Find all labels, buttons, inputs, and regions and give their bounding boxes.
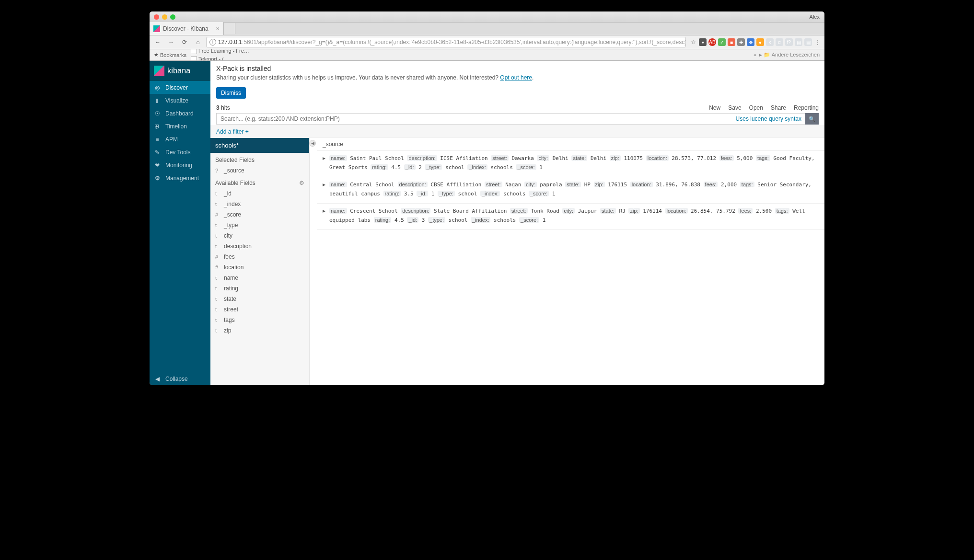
field-name: zip: [224, 327, 231, 334]
sidebar-item-management[interactable]: ⚙Management: [150, 171, 210, 184]
sidebar-item-apm[interactable]: ≡APM: [150, 133, 210, 146]
collapse-fields-column: ◀: [310, 138, 317, 385]
forward-button[interactable]: →: [166, 37, 176, 47]
ext-icon[interactable]: ✚: [737, 38, 745, 46]
field-location[interactable]: #location: [210, 262, 309, 273]
expand-row-icon[interactable]: ▸: [323, 180, 325, 198]
search-button[interactable]: 🔍: [805, 113, 819, 125]
save-button[interactable]: Save: [728, 104, 741, 111]
field-rating[interactable]: trating: [210, 283, 309, 294]
nav-label: APM: [165, 136, 178, 143]
field-tags[interactable]: ttags: [210, 315, 309, 325]
site-info-icon[interactable]: i: [209, 39, 216, 46]
share-button[interactable]: Share: [771, 104, 786, 111]
field-name: tags: [224, 317, 235, 323]
documents-table: _source ▸ name: Saint Paul School descri…: [317, 138, 824, 385]
close-window-icon[interactable]: [154, 14, 159, 20]
ext-icon[interactable]: κ: [766, 38, 774, 46]
sidebar-item-visualize[interactable]: ⫿Visualize: [150, 94, 210, 107]
zoom-window-icon[interactable]: [170, 14, 175, 20]
field-name: name: [224, 274, 238, 281]
ext-icon[interactable]: α: [776, 38, 783, 46]
field-type-icon: t: [215, 275, 220, 281]
extension-icons: ▾ AB ✓ ■ ✚ ❖ ● κ α f? ▤ ▤ ⋮: [699, 38, 822, 46]
field-type-icon: t: [215, 191, 220, 196]
ext-icon[interactable]: ▤: [804, 38, 812, 46]
field-_source[interactable]: ?_source: [210, 165, 309, 176]
ext-icon[interactable]: ■: [728, 38, 735, 46]
opt-out-link[interactable]: Opt out here: [500, 74, 532, 81]
field-state[interactable]: tstate: [210, 294, 309, 304]
fields-settings-icon[interactable]: ⚙: [299, 180, 304, 186]
bookmark-star-icon[interactable]: ☆: [691, 39, 696, 46]
back-button[interactable]: ←: [152, 37, 163, 47]
add-filter-link[interactable]: Add a filter +: [216, 128, 249, 135]
sidebar-item-monitoring[interactable]: ❤Monitoring: [150, 159, 210, 171]
field-name[interactable]: tname: [210, 273, 309, 283]
field-street[interactable]: tstreet: [210, 304, 309, 315]
nav-label: Dev Tools: [165, 149, 190, 156]
ext-icon[interactable]: ✓: [718, 38, 726, 46]
search-input[interactable]: [216, 113, 732, 125]
nav-label: Discover: [165, 84, 188, 91]
dismiss-row: Dismiss: [210, 85, 824, 103]
expand-row-icon[interactable]: ▸: [323, 206, 325, 225]
bookmark-item[interactable]: Free Learning - Fre…: [189, 49, 253, 55]
field-name: street: [224, 306, 238, 313]
window-controls: [150, 14, 175, 20]
collapse-fields-icon[interactable]: ◀: [309, 140, 316, 147]
sidebar-collapse[interactable]: ◀ Collapse: [150, 372, 210, 385]
bookmark-item[interactable]: Teleport - /: [189, 55, 253, 61]
document-row: ▸ name: Saint Paul School description: I…: [317, 151, 824, 177]
filter-row: Add a filter +: [210, 126, 824, 138]
nav-icon: ⚙: [154, 175, 161, 182]
address-bar[interactable]: i 127.0.0.1:5601/app/kibana#/discover?_g…: [206, 37, 686, 47]
hits-count: 3 hits: [216, 104, 230, 111]
sidebar-item-discover[interactable]: ◎Discover: [150, 81, 210, 94]
reporting-button[interactable]: Reporting: [794, 104, 819, 111]
index-pattern[interactable]: schools*: [210, 138, 309, 153]
nav-icon: ≡: [154, 136, 161, 143]
new-tab-button[interactable]: [224, 23, 235, 34]
lucene-syntax-link[interactable]: Uses lucene query syntax: [732, 113, 805, 125]
minimize-window-icon[interactable]: [162, 14, 167, 20]
open-button[interactable]: Open: [749, 104, 763, 111]
field-description[interactable]: tdescription: [210, 241, 309, 251]
nav-icon: ⫿: [154, 97, 161, 104]
field-_id[interactable]: t_id: [210, 188, 309, 199]
field-city[interactable]: tcity: [210, 230, 309, 241]
close-tab-icon[interactable]: ×: [216, 25, 220, 32]
sidebar-item-dashboard[interactable]: ☉Dashboard: [150, 107, 210, 120]
field-_score[interactable]: #_score: [210, 209, 309, 220]
ext-icon[interactable]: ●: [756, 38, 764, 46]
pocket-icon[interactable]: ▾: [699, 38, 707, 46]
browser-tab[interactable]: Discover - Kibana ×: [150, 22, 224, 35]
kibana-logo[interactable]: kibana: [150, 61, 210, 81]
mac-window: Alex Discover - Kibana × ← → ⟳ ⌂ i 127.0…: [150, 11, 824, 385]
bookmarks-label[interactable]: ★ Bookmarks: [152, 51, 188, 59]
field-_type[interactable]: t_type: [210, 220, 309, 230]
new-button[interactable]: New: [709, 104, 720, 111]
ext-icon[interactable]: ❖: [747, 38, 754, 46]
ext-icon[interactable]: ▤: [795, 38, 802, 46]
field-_index[interactable]: t_index: [210, 199, 309, 209]
nav-icon: ✎: [154, 149, 161, 156]
kibana-mark-icon: [154, 66, 164, 76]
field-zip[interactable]: tzip: [210, 325, 309, 336]
collapse-label: Collapse: [165, 376, 188, 382]
nav-label: Dashboard: [165, 110, 194, 117]
adblock-icon[interactable]: AB: [708, 38, 716, 46]
nav-icon: ⛨: [154, 123, 161, 130]
ext-icon[interactable]: f?: [785, 38, 793, 46]
field-fees[interactable]: #fees: [210, 251, 309, 262]
expand-row-icon[interactable]: ▸: [323, 154, 325, 172]
field-type-icon: t: [215, 307, 220, 312]
sidebar-item-dev-tools[interactable]: ✎Dev Tools: [150, 146, 210, 159]
chrome-menu-icon[interactable]: ⋮: [814, 39, 822, 46]
sidebar-item-timelion[interactable]: ⛨Timelion: [150, 120, 210, 133]
dismiss-button[interactable]: Dismiss: [216, 87, 246, 99]
home-button[interactable]: ⌂: [193, 37, 203, 47]
reload-button[interactable]: ⟳: [179, 37, 190, 47]
bookmarks-overflow[interactable]: » ▸ 📁 Andere Lesezeichen: [752, 52, 822, 58]
field-name: city: [224, 232, 232, 239]
